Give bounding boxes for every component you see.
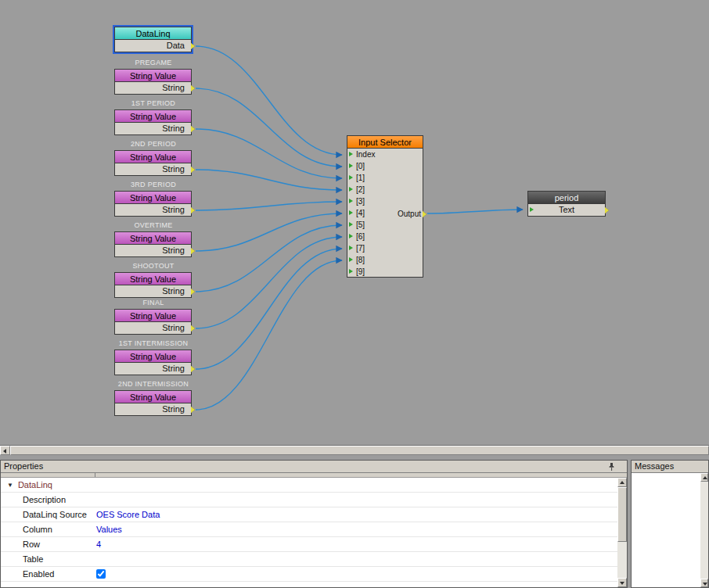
- port-label: [8]: [356, 256, 365, 264]
- port-string[interactable]: String: [115, 363, 191, 375]
- node-string-1st-intermission[interactable]: String Value String: [114, 350, 192, 375]
- node-datalinq[interactable]: DataLinq Data: [114, 27, 192, 52]
- input-pin-icon[interactable]: [349, 152, 353, 156]
- wire-2ndint-to-8[interactable]: [196, 260, 342, 410]
- input-pin-icon[interactable]: [349, 163, 353, 168]
- wire-1stperiod-to-1[interactable]: [196, 129, 342, 178]
- node-string-2nd-period[interactable]: String Value String: [114, 150, 192, 176]
- port-index[interactable]: Index: [347, 149, 423, 160]
- property-row-column[interactable]: Column Values: [1, 522, 617, 537]
- port-label: [4]: [356, 209, 365, 217]
- node-canvas[interactable]: DataLinq Data PREGAME String Value Strin…: [0, 0, 709, 445]
- wire-output-to-text[interactable]: [427, 210, 523, 213]
- messages-vertical-scrollbar[interactable]: [700, 473, 708, 587]
- output-pin-icon[interactable]: [191, 126, 195, 132]
- output-pin-icon[interactable]: [191, 289, 195, 295]
- wire-overtime-to-4[interactable]: [196, 213, 342, 251]
- input-pin-icon[interactable]: [349, 234, 353, 238]
- node-string-3rd-period[interactable]: String Value String: [114, 191, 192, 217]
- output-pin-icon[interactable]: [423, 211, 426, 217]
- scroll-up-button[interactable]: [617, 478, 627, 487]
- node-string-pregame[interactable]: String Value String: [114, 69, 192, 95]
- port-8[interactable]: [8]: [347, 254, 423, 266]
- port-string[interactable]: String: [115, 123, 191, 134]
- node-datalinq-title: DataLinq: [115, 27, 191, 40]
- port-string[interactable]: String: [115, 285, 191, 297]
- port-1[interactable]: [1]: [347, 172, 423, 184]
- collapse-triangle-icon[interactable]: ▼: [7, 478, 13, 493]
- port-3[interactable]: [3]: [347, 195, 423, 207]
- enabled-checkbox[interactable]: [96, 569, 106, 579]
- column-divider[interactable]: [95, 473, 95, 477]
- port-string[interactable]: String: [115, 82, 191, 94]
- wire-2ndperiod-to-2[interactable]: [196, 170, 342, 190]
- output-pin-icon[interactable]: [191, 207, 195, 213]
- node-input-selector[interactable]: Input Selector Index [0] [1] [2] [3] [4]…: [347, 135, 423, 278]
- vertical-scroll-thumb[interactable]: [617, 487, 627, 542]
- scroll-up-button[interactable]: [700, 473, 708, 482]
- property-row-description[interactable]: Description: [1, 493, 617, 507]
- port-data[interactable]: Data: [115, 40, 191, 52]
- wire-final-to-6[interactable]: [196, 237, 342, 328]
- port-string-label: String: [162, 83, 185, 92]
- input-pin-icon[interactable]: [349, 269, 353, 274]
- horizontal-scroll-thumb[interactable]: [10, 446, 709, 455]
- port-string-label: String: [162, 286, 185, 296]
- output-pin-icon[interactable]: [191, 167, 195, 173]
- input-pin-icon[interactable]: [349, 175, 353, 180]
- property-value[interactable]: Values: [96, 522, 122, 537]
- wire-data-to-index[interactable]: [196, 46, 342, 155]
- output-pin-icon[interactable]: [191, 325, 195, 332]
- node-string-overtime[interactable]: String Value String: [114, 231, 192, 257]
- wire-shootout-to-5[interactable]: [196, 225, 342, 292]
- output-pin-icon[interactable]: [191, 366, 195, 372]
- property-value[interactable]: 4: [96, 537, 101, 552]
- property-row-datalinq-source[interactable]: DataLinq Source OES Score Data: [1, 507, 617, 522]
- node-string-2nd-intermission[interactable]: String Value String: [114, 390, 192, 416]
- property-row-enabled[interactable]: Enabled: [1, 567, 617, 582]
- wire-3rdperiod-to-3[interactable]: [196, 202, 342, 210]
- messages-title: Messages: [635, 461, 674, 471]
- port-string[interactable]: String: [115, 163, 191, 175]
- output-pin-icon[interactable]: [191, 85, 195, 91]
- input-pin-icon[interactable]: [349, 257, 353, 262]
- port-9[interactable]: [9]: [347, 266, 423, 278]
- input-pin-icon[interactable]: [530, 207, 534, 212]
- port-5[interactable]: [5]: [347, 219, 423, 231]
- output-pin-icon[interactable]: [191, 407, 195, 413]
- port-string[interactable]: String: [115, 322, 191, 334]
- property-value[interactable]: OES Score Data: [96, 507, 160, 522]
- port-string[interactable]: String: [115, 245, 191, 256]
- input-pin-icon[interactable]: [349, 199, 353, 203]
- port-7[interactable]: [7]: [347, 242, 423, 254]
- wire-1stint-to-7[interactable]: [196, 249, 342, 369]
- port-0[interactable]: [0]: [347, 160, 423, 172]
- input-pin-icon[interactable]: [349, 222, 353, 227]
- input-pin-icon[interactable]: [349, 210, 353, 215]
- input-pin-icon[interactable]: [349, 246, 353, 250]
- port-text[interactable]: Text: [528, 204, 605, 216]
- node-string-1st-period[interactable]: String Value String: [114, 109, 192, 135]
- port-string[interactable]: String: [115, 204, 191, 216]
- canvas-horizontal-scrollbar[interactable]: [0, 445, 709, 455]
- node-period[interactable]: period Text: [527, 191, 606, 217]
- output-pin-icon[interactable]: [191, 43, 195, 49]
- port-2[interactable]: [2]: [347, 184, 423, 195]
- node-string-final[interactable]: String Value String: [114, 309, 192, 335]
- port-string[interactable]: String: [115, 403, 191, 415]
- property-row-row[interactable]: Row 4: [1, 537, 617, 552]
- property-row-table[interactable]: Table: [1, 552, 617, 567]
- output-pin-icon[interactable]: [191, 248, 195, 254]
- output-pin-icon[interactable]: [605, 207, 609, 213]
- property-group-datalinq[interactable]: ▼DataLinq: [1, 478, 617, 493]
- port-6[interactable]: [6]: [347, 231, 423, 242]
- input-pin-icon[interactable]: [349, 187, 353, 192]
- node-string-shootout[interactable]: String Value String: [114, 272, 192, 298]
- scroll-down-button[interactable]: [700, 579, 708, 587]
- port-output[interactable]: Output: [398, 208, 426, 220]
- wire-pregame-to-0[interactable]: [196, 88, 342, 167]
- scroll-down-button[interactable]: [617, 578, 627, 587]
- messages-panel: Messages: [631, 460, 709, 588]
- scroll-left-button[interactable]: [0, 446, 10, 455]
- properties-vertical-scrollbar[interactable]: [617, 478, 627, 587]
